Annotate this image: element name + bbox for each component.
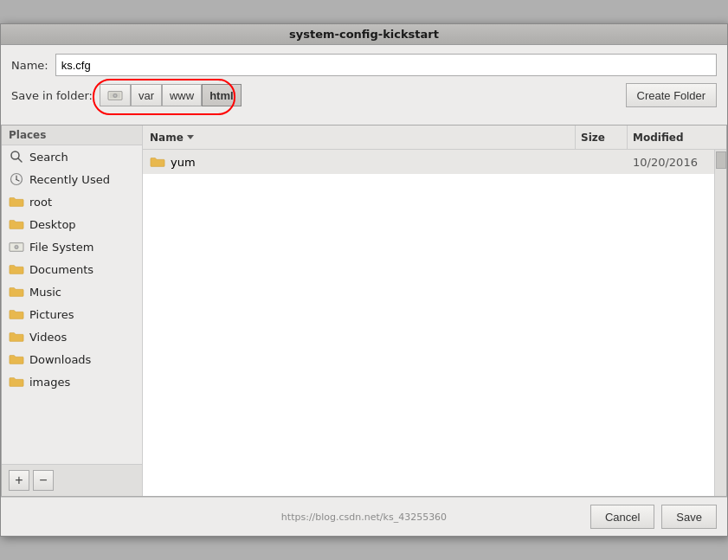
folder-icon-music: [9, 284, 24, 299]
table-row[interactable]: yum 10/20/2016: [143, 150, 714, 174]
file-list-with-scrollbar: yum 10/20/2016: [143, 150, 726, 496]
file-list-header: Name Size Modified: [143, 126, 726, 150]
breadcrumb-html[interactable]: html: [202, 84, 241, 106]
watermark-url: https://blog.csdn.net/ks_43255360: [281, 512, 447, 523]
file-row-modified: 10/20/2016: [628, 156, 714, 169]
sidebar-bottom-buttons: + −: [2, 464, 142, 496]
dialog-title: system-config-kickstart: [289, 28, 439, 41]
sidebar-item-desktop-label: Desktop: [29, 218, 76, 231]
svg-point-4: [114, 95, 116, 97]
sidebar-item-pictures[interactable]: Pictures: [2, 303, 142, 325]
main-area: Places Search: [1, 125, 727, 497]
breadcrumb-var[interactable]: var: [131, 84, 162, 106]
svg-line-6: [18, 158, 22, 162]
breadcrumb-var-label: var: [139, 89, 154, 102]
column-header-modified[interactable]: Modified: [628, 126, 714, 149]
scrollbar[interactable]: [714, 150, 726, 496]
places-header: Places: [2, 126, 142, 145]
sidebar-item-filesystem[interactable]: File System: [2, 235, 142, 258]
sidebar-item-images-label: images: [29, 376, 70, 389]
file-row-name: yum: [143, 155, 576, 169]
sidebar-item-filesystem-label: File System: [29, 241, 93, 254]
breadcrumb-www[interactable]: www: [162, 84, 202, 106]
hd-icon: [107, 88, 123, 102]
search-icon: [9, 149, 24, 164]
sidebar-item-search[interactable]: Search: [2, 145, 142, 168]
save-button[interactable]: Save: [661, 505, 717, 529]
folder-icon-desktop: [9, 216, 24, 232]
sort-chevron-icon: [187, 135, 194, 139]
breadcrumb-area: var www html: [100, 84, 242, 106]
name-label: Name:: [11, 59, 48, 72]
sidebar-item-downloads[interactable]: Downloads: [2, 348, 142, 370]
file-list: yum 10/20/2016: [143, 150, 714, 496]
svg-point-13: [16, 247, 17, 248]
sidebar-item-documents-label: Documents: [29, 263, 93, 276]
svg-line-9: [16, 180, 19, 182]
save-in-row: Save in folder:: [11, 83, 717, 107]
dialog-buttons: https://blog.csdn.net/ks_43255360 Cancel…: [1, 497, 727, 536]
hd-icon-filesystem: [9, 239, 24, 254]
dialog-content: Name: Save in folder:: [1, 45, 727, 125]
folder-icon-images: [9, 374, 24, 389]
breadcrumb-www-label: www: [170, 89, 194, 102]
clock-icon: [9, 171, 24, 187]
file-save-dialog: system-config-kickstart Name: Save in fo…: [0, 23, 728, 537]
folder-icon-documents: [9, 261, 24, 277]
add-bookmark-button[interactable]: +: [9, 470, 29, 491]
sidebar-item-videos-label: Videos: [29, 331, 67, 344]
sidebar-spacer: [2, 393, 142, 464]
sidebar-item-images[interactable]: images: [2, 370, 142, 393]
remove-bookmark-button[interactable]: −: [33, 470, 54, 491]
sidebar-item-desktop[interactable]: Desktop: [2, 213, 142, 235]
sidebar-item-root-label: root: [29, 196, 52, 209]
file-area: Name Size Modified: [143, 126, 726, 496]
sidebar-item-pictures-label: Pictures: [29, 308, 74, 321]
folder-icon-root: [9, 194, 24, 209]
sidebar-item-music-label: Music: [29, 286, 61, 299]
create-folder-button[interactable]: Create Folder: [626, 83, 717, 107]
column-header-size[interactable]: Size: [576, 126, 628, 149]
cancel-button[interactable]: Cancel: [590, 505, 654, 529]
sidebar-item-search-label: Search: [29, 151, 68, 164]
sidebar-item-music[interactable]: Music: [2, 280, 142, 303]
sidebar-item-downloads-label: Downloads: [29, 353, 91, 366]
column-header-name[interactable]: Name: [143, 126, 576, 149]
breadcrumb-filesystem[interactable]: [100, 84, 131, 106]
folder-icon-yum: [150, 155, 165, 169]
save-in-label: Save in folder:: [11, 89, 93, 102]
filename-input[interactable]: [55, 54, 717, 76]
folder-icon-videos: [9, 329, 24, 344]
sidebar-item-documents[interactable]: Documents: [2, 258, 142, 280]
scrollbar-thumb[interactable]: [716, 151, 726, 169]
breadcrumb-html-label: html: [209, 89, 233, 102]
sidebar-item-videos[interactable]: Videos: [2, 325, 142, 348]
sidebar: Places Search: [2, 126, 143, 496]
folder-icon-downloads: [9, 351, 24, 367]
sidebar-item-recently-used[interactable]: Recently Used: [2, 168, 142, 190]
header-scrollbar-space: [714, 126, 726, 149]
sidebar-item-root[interactable]: root: [2, 190, 142, 213]
folder-icon-pictures: [9, 306, 24, 322]
name-row: Name:: [11, 54, 717, 76]
sidebar-item-recently-used-label: Recently Used: [29, 173, 110, 186]
titlebar: system-config-kickstart: [1, 24, 727, 45]
